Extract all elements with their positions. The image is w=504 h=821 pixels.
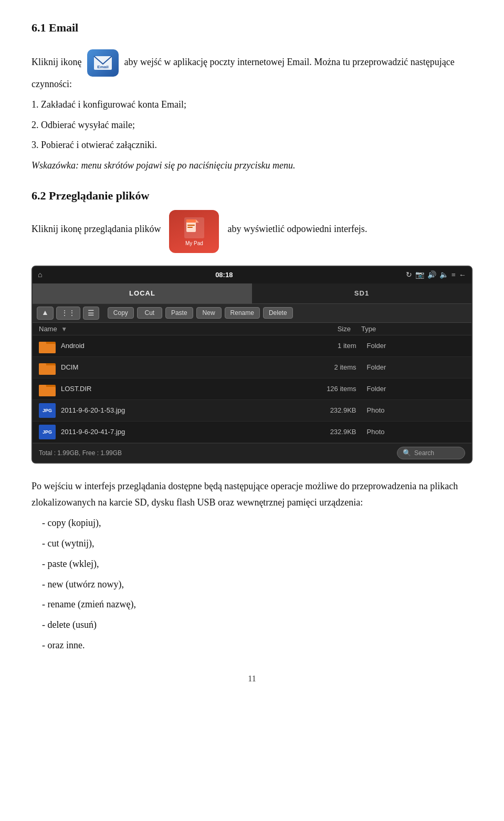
list-item: - cut (wytnij),: [42, 536, 472, 551]
file-type: Photo: [367, 428, 466, 436]
file-name: LOST.DIR: [61, 385, 258, 393]
folder-icon: [39, 339, 56, 353]
email-section: 6.1 Email Kliknij ikonę Email aby wejść …: [32, 21, 472, 173]
sort-arrow-icon: ▼: [61, 325, 67, 333]
email-intro-para: Kliknij ikonę Email aby wejść w aplikacj…: [32, 49, 472, 92]
cut-button[interactable]: Cut: [137, 307, 162, 319]
mypad-icon: My Pad: [169, 210, 219, 253]
file-type: Folder: [367, 363, 466, 371]
list-item: - rename (zmień nazwę),: [42, 597, 472, 612]
svg-rect-16: [39, 385, 46, 388]
home-icon[interactable]: ⌂: [38, 271, 42, 279]
col-name-label: Name ▼: [39, 325, 247, 333]
status-bar: ⌂ 08:18 ↻ 📷 🔊 🔈 ≡ ←: [33, 267, 471, 283]
section-title-email: 6.1 Email: [32, 21, 78, 35]
up-button[interactable]: ▲: [37, 307, 54, 320]
svg-rect-12: [39, 365, 56, 375]
list-item: - new (utwórz nowy),: [42, 577, 472, 592]
volume2-icon[interactable]: 🔈: [439, 270, 448, 279]
table-row[interactable]: DCIM 2 items Folder: [33, 357, 471, 378]
email-item2: 2. Odbierać wysyłać maile;: [32, 118, 472, 133]
list-item: - delete (usuń): [42, 617, 472, 633]
toolbar-left-icons: ▲ ⋮⋮ ☰: [37, 307, 99, 320]
svg-text:Email: Email: [97, 65, 108, 69]
jpg-icon: JPG: [39, 425, 56, 439]
grid-view-button[interactable]: ⋮⋮: [56, 307, 80, 320]
email-icon: Email: [87, 49, 119, 77]
menu-icon[interactable]: ≡: [452, 271, 456, 279]
file-size: 1 item: [258, 342, 356, 350]
search-box[interactable]: 🔍 Search: [397, 447, 465, 459]
search-icon: 🔍: [403, 449, 411, 457]
page-number: 11: [32, 674, 472, 683]
refresh-icon[interactable]: ↻: [406, 270, 412, 279]
svg-rect-4: [186, 219, 196, 223]
svg-rect-6: [187, 225, 195, 226]
toolbar: ▲ ⋮⋮ ☰ Copy Cut Paste New Rename Delete: [33, 303, 471, 323]
file-browser: ⌂ 08:18 ↻ 📷 🔊 🔈 ≡ ← LOCAL SD1 ▲ ⋮⋮ ☰: [32, 266, 472, 464]
file-type: Folder: [367, 342, 466, 350]
browser-footer: Total : 1.99GB, Free : 1.99GB 🔍 Search: [33, 443, 471, 462]
file-name: 2011-9-6-20-41-7.jpg: [61, 428, 258, 436]
delete-button[interactable]: Delete: [263, 307, 293, 319]
mypad-label: My Pad: [185, 240, 203, 246]
body-intro: Po wejściu w interfejs przeglądania dost…: [32, 478, 472, 510]
list-item: - oraz inne.: [42, 638, 472, 653]
col-size-label: Size: [247, 325, 351, 333]
table-row[interactable]: LOST.DIR 126 items Folder: [33, 378, 471, 400]
folder-icon: [39, 360, 56, 375]
storage-info: Total : 1.99GB, Free : 1.99GB: [39, 449, 122, 457]
list-view-button[interactable]: ☰: [83, 307, 99, 320]
email-intro-text1: Kliknij ikonę: [32, 57, 82, 67]
mypad-intro-text2: aby wyświetlić odpowiedni interfejs.: [227, 222, 367, 237]
col-type-label: Type: [361, 325, 465, 333]
column-header: Name ▼ Size Type: [33, 323, 471, 335]
svg-rect-15: [39, 387, 56, 396]
mypad-intro: Kliknij ikonę przeglądania plików My Pad…: [32, 210, 472, 253]
copy-button[interactable]: Copy: [108, 307, 134, 319]
paste-button[interactable]: Paste: [165, 307, 193, 319]
file-name: Android: [61, 342, 258, 350]
folder-icon: [39, 382, 56, 396]
file-size: 126 items: [258, 385, 356, 393]
new-button[interactable]: New: [196, 307, 222, 319]
svg-rect-10: [39, 342, 46, 345]
search-placeholder: Search: [414, 449, 434, 457]
back-icon[interactable]: ←: [459, 271, 466, 279]
email-header: 6.1 Email: [32, 21, 472, 42]
table-row[interactable]: JPG 2011-9-6-20-1-53.jpg 232.9KB Photo: [33, 400, 471, 422]
email-hint: Wskazówka: menu skrótów pojawi się po na…: [32, 158, 472, 173]
list-item: - copy (kopiuj),: [42, 515, 472, 531]
status-right-icons: ↻ 📷 🔊 🔈 ≡ ←: [406, 270, 466, 279]
svg-rect-7: [187, 227, 193, 228]
file-size: 232.9KB: [258, 428, 356, 436]
camera-icon[interactable]: 📷: [415, 270, 424, 279]
table-row[interactable]: Android 1 item Folder: [33, 335, 471, 357]
email-item1: 1. Zakładać i konfigurować konta Email;: [32, 97, 472, 112]
jpg-icon: JPG: [39, 403, 56, 418]
svg-rect-13: [39, 363, 46, 366]
status-time: 08:18: [215, 271, 233, 279]
mypad-intro-text1: Kliknij ikonę przeglądania plików: [32, 222, 161, 237]
email-item3: 3. Pobierać i otwierać załączniki.: [32, 138, 472, 153]
file-type: Photo: [367, 406, 466, 414]
tab-bar: LOCAL SD1: [33, 283, 471, 303]
file-size: 232.9KB: [258, 406, 356, 414]
body-list: - copy (kopiuj),- cut (wytnij),- paste (…: [42, 515, 472, 653]
filemanager-section: 6.2 Przeglądanie plików Kliknij ikonę pr…: [32, 189, 472, 653]
file-size: 2 items: [258, 363, 356, 371]
volume-icon[interactable]: 🔊: [427, 270, 436, 279]
status-left-icons: ⌂: [38, 271, 42, 279]
tab-sd[interactable]: SD1: [252, 283, 471, 303]
file-type: Folder: [367, 385, 466, 393]
file-name: 2011-9-6-20-1-53.jpg: [61, 406, 258, 414]
section-title-files: 6.2 Przeglądanie plików: [32, 189, 472, 203]
file-name: DCIM: [61, 363, 258, 371]
svg-rect-9: [39, 344, 56, 353]
rename-button[interactable]: Rename: [225, 307, 260, 319]
list-item: - paste (wklej),: [42, 556, 472, 572]
table-row[interactable]: JPG 2011-9-6-20-41-7.jpg 232.9KB Photo: [33, 422, 471, 443]
file-list: Android 1 item Folder DCIM 2 items Folde…: [33, 335, 471, 443]
tab-local[interactable]: LOCAL: [33, 283, 252, 303]
